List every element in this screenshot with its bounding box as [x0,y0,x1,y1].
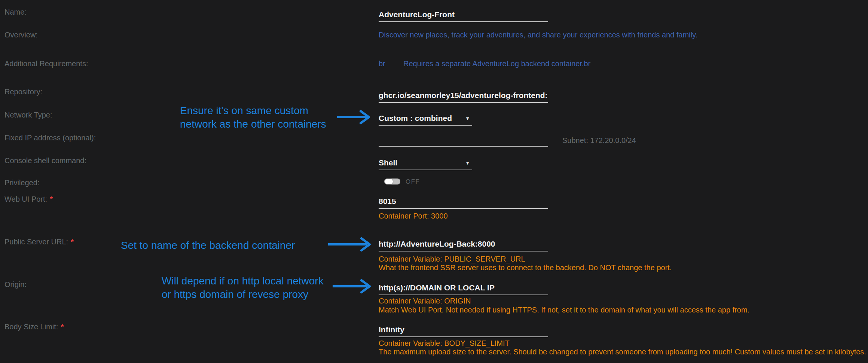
network-type-selected-value: Custom : combined [379,114,452,123]
privileged-state-label: OFF [406,179,420,185]
body-size-limit-variable-help: Container Variable: BODY_SIZE_LIMIT [379,339,510,347]
webui-port-input[interactable] [379,195,548,209]
origin-variable-help: Container Variable: ORIGIN [379,297,471,305]
annotation-arrow-public-server-url [327,237,376,252]
body-size-limit-input[interactable] [379,323,548,337]
console-shell-select[interactable]: Shell ▼ [379,156,472,170]
subnet-text: Subnet: 172.20.0.0/24 [562,136,636,144]
fixed-ip-input[interactable] [379,132,548,147]
body-size-limit-field-label: Body Size Limit:* [4,323,64,331]
required-asterisk: * [61,323,64,331]
required-asterisk: * [71,238,74,246]
origin-input[interactable] [379,281,548,295]
repository-field-label: Repository: [4,88,42,96]
annotation-arrow-network-type [336,109,376,125]
network-type-field-label: Network Type: [4,111,52,119]
public-server-url-input[interactable] [379,237,548,251]
additional-requirements-prefix: br [379,60,385,68]
network-type-select[interactable]: Custom : combined ▼ [379,112,472,126]
overview-text: Discover new places, track your adventur… [379,31,697,39]
webui-port-field-label: Web UI Port:* [4,195,53,203]
origin-field-label: Origin: [4,280,27,289]
origin-description-help: Match Web UI Port. Not needed if using H… [379,306,749,314]
overview-field-label: Overview: [4,31,38,39]
public-server-url-description-help: What the frontend SSR server uses to con… [379,263,672,272]
fixed-ip-field-label: Fixed IP address (optional): [4,134,96,142]
body-size-limit-description-help: The maximum upload size to the server. S… [379,348,866,356]
additional-requirements-text: Requires a separate AdventureLog backend… [403,60,590,68]
public-server-url-field-label: Public Server URL:* [4,238,74,246]
dropdown-arrow-icon: ▼ [465,161,470,165]
console-shell-field-label: Console shell command: [4,156,86,165]
public-server-url-variable-help: Container Variable: PUBLIC_SERVER_URL [379,255,525,263]
name-field-label: Name: [4,8,27,16]
annotation-arrow-origin [331,278,376,294]
privileged-field-label: Privileged: [4,179,39,187]
console-shell-selected-value: Shell [379,158,397,167]
name-input[interactable] [379,8,548,22]
repository-input[interactable] [379,89,548,103]
additional-requirements-field-label: Additional Requirements: [4,60,88,68]
privileged-toggle-knob [385,179,393,184]
dropdown-arrow-icon: ▼ [465,116,470,121]
required-asterisk: * [50,195,53,203]
annotation-public-server-url: Set to name of the backend container [121,239,295,252]
annotation-origin: Will depend if on http local network or … [162,274,324,301]
annotation-network-type: Ensure it's on same custom network as th… [180,104,326,131]
privileged-toggle[interactable] [384,179,400,184]
container-settings-form: Name: Overview: Additional Requirements:… [0,0,868,363]
webui-port-help: Container Port: 3000 [379,212,448,220]
